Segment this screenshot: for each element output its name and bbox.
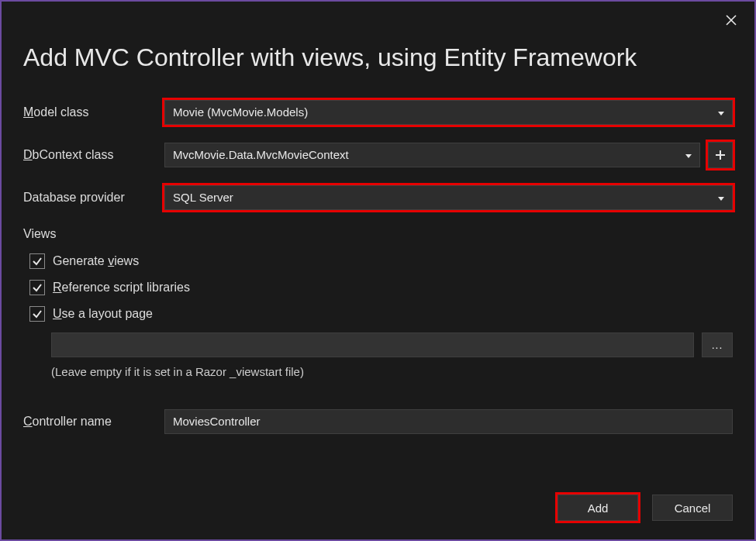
dbcontext-combobox[interactable]: MvcMovie.Data.MvcMovieContext — [164, 143, 700, 167]
db-provider-value: SQL Server — [173, 191, 233, 204]
controller-name-input[interactable]: MoviesController — [164, 409, 733, 434]
plus-icon — [714, 149, 727, 161]
controller-name-row: Controller name MoviesController — [23, 409, 733, 434]
check-icon — [32, 282, 43, 293]
browse-layout-button[interactable]: ... — [702, 333, 733, 357]
db-provider-combobox[interactable]: SQL Server — [164, 185, 733, 210]
check-icon — [32, 308, 43, 319]
model-class-combobox[interactable]: Movie (MvcMovie.Models) — [164, 100, 733, 125]
dbcontext-value: MvcMovie.Data.MvcMovieContext — [173, 148, 349, 161]
form-area: Model class Movie (MvcMovie.Models) DbCo… — [2, 72, 754, 434]
layout-hint: (Leave empty if it is set in a Razor _vi… — [51, 365, 733, 378]
cancel-button[interactable]: Cancel — [652, 494, 733, 521]
chevron-down-icon — [718, 186, 724, 209]
model-class-row: Model class Movie (MvcMovie.Models) — [23, 100, 733, 125]
db-provider-label: Database provider — [23, 191, 164, 205]
db-provider-row: Database provider SQL Server — [23, 185, 733, 210]
layout-path-row: ... — [51, 333, 733, 357]
generate-views-row: Generate views — [29, 253, 733, 269]
close-icon — [725, 14, 737, 26]
model-class-label: Model class — [23, 105, 164, 119]
chevron-down-icon — [718, 101, 724, 124]
reference-scripts-checkbox[interactable] — [29, 280, 45, 295]
controller-name-value: MoviesController — [173, 415, 261, 428]
dialog-title: Add MVC Controller with views, using Ent… — [2, 2, 754, 72]
reference-scripts-row: Reference script libraries — [29, 280, 733, 295]
layout-path-input[interactable] — [51, 333, 694, 357]
use-layout-label: Use a layout page — [53, 307, 153, 321]
generate-views-checkbox[interactable] — [29, 253, 45, 269]
add-controller-dialog: Add MVC Controller with views, using Ent… — [0, 0, 756, 541]
add-button[interactable]: Add — [558, 494, 638, 521]
close-button[interactable] — [719, 8, 744, 33]
views-section-header: Views — [23, 227, 733, 241]
controller-name-label: Controller name — [23, 415, 164, 429]
dbcontext-row: DbContext class MvcMovie.Data.MvcMovieCo… — [23, 142, 733, 168]
chevron-down-icon — [685, 143, 692, 167]
check-icon — [32, 256, 43, 267]
dbcontext-label: DbContext class — [23, 148, 164, 162]
use-layout-row: Use a layout page — [29, 306, 733, 322]
reference-scripts-label: Reference script libraries — [53, 281, 190, 295]
use-layout-checkbox[interactable] — [29, 306, 45, 322]
generate-views-label: Generate views — [53, 254, 139, 268]
add-dbcontext-button[interactable] — [708, 142, 733, 168]
dialog-button-row: Add Cancel — [558, 494, 733, 521]
model-class-value: Movie (MvcMovie.Models) — [173, 105, 308, 119]
